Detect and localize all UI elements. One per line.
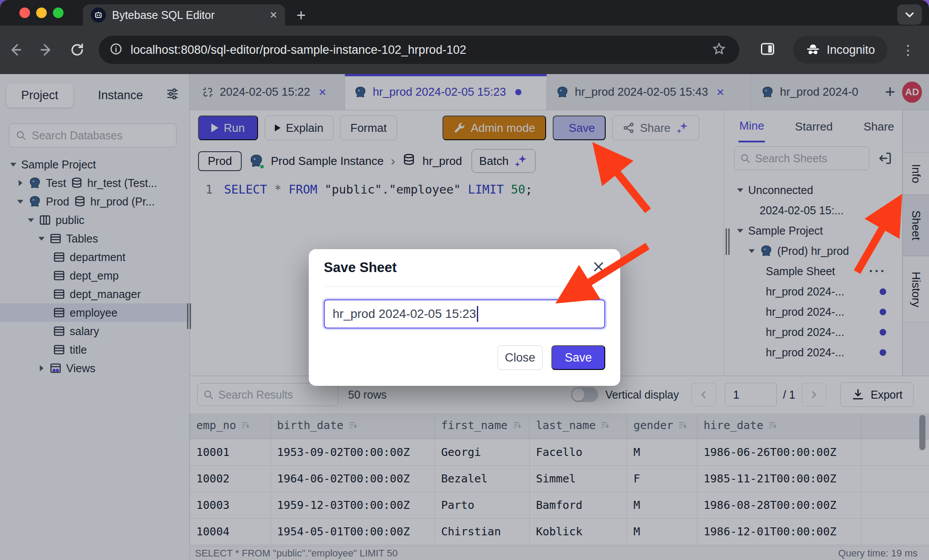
- bytebase-page: Project Instance Sample Project: [0, 74, 929, 560]
- dialog-title: Save Sheet: [324, 260, 397, 276]
- sheet-name-input[interactable]: hr_prod 2024-02-05 15:23: [324, 299, 605, 329]
- site-info-icon[interactable]: [109, 42, 123, 57]
- screen: Bytebase SQL Editor × + localhost:8080/s…: [0, 0, 929, 560]
- forward-icon[interactable]: [31, 42, 62, 57]
- browser-tab-title: Bytebase SQL Editor: [112, 9, 264, 22]
- text-cursor: [477, 306, 478, 322]
- tab-search-chevron-icon[interactable]: [897, 4, 922, 25]
- incognito-label: Incognito: [827, 43, 875, 57]
- dialog-close-icon[interactable]: [592, 260, 605, 275]
- incognito-icon: [805, 42, 820, 57]
- save-sheet-dialog: Save Sheet hr_prod 2024-02-05 15:23 Clos…: [309, 249, 620, 386]
- browser-tabstrip: Bytebase SQL Editor × +: [0, 0, 929, 26]
- traffic-light-minimize[interactable]: [36, 7, 47, 18]
- reload-icon[interactable]: [62, 42, 93, 57]
- dialog-save-button[interactable]: Save: [551, 345, 605, 370]
- browser-window: Bytebase SQL Editor × + localhost:8080/s…: [0, 0, 929, 560]
- browser-new-tab-button[interactable]: +: [296, 6, 306, 25]
- browser-toolbar: localhost:8080/sql-editor/prod-sample-in…: [0, 26, 929, 74]
- url-text: localhost:8080/sql-editor/prod-sample-in…: [131, 43, 704, 57]
- dialog-close-button[interactable]: Close: [498, 345, 543, 370]
- split-screen-icon[interactable]: [760, 41, 775, 59]
- address-bar[interactable]: localhost:8080/sql-editor/prod-sample-in…: [99, 36, 739, 64]
- browser-menu-icon[interactable]: ⋮: [902, 42, 915, 58]
- sheet-name-value: hr_prod 2024-02-05 15:23: [333, 307, 476, 321]
- traffic-light-zoom[interactable]: [53, 7, 64, 18]
- incognito-badge: Incognito: [793, 36, 888, 63]
- back-icon[interactable]: [0, 42, 31, 57]
- browser-tab[interactable]: Bytebase SQL Editor ×: [83, 4, 285, 26]
- dialog-divider: [324, 286, 605, 287]
- bookmark-star-icon[interactable]: [712, 42, 726, 58]
- browser-tab-close-icon[interactable]: ×: [270, 9, 277, 21]
- traffic-light-close[interactable]: [19, 7, 30, 18]
- bytebase-favicon-icon: [91, 7, 106, 22]
